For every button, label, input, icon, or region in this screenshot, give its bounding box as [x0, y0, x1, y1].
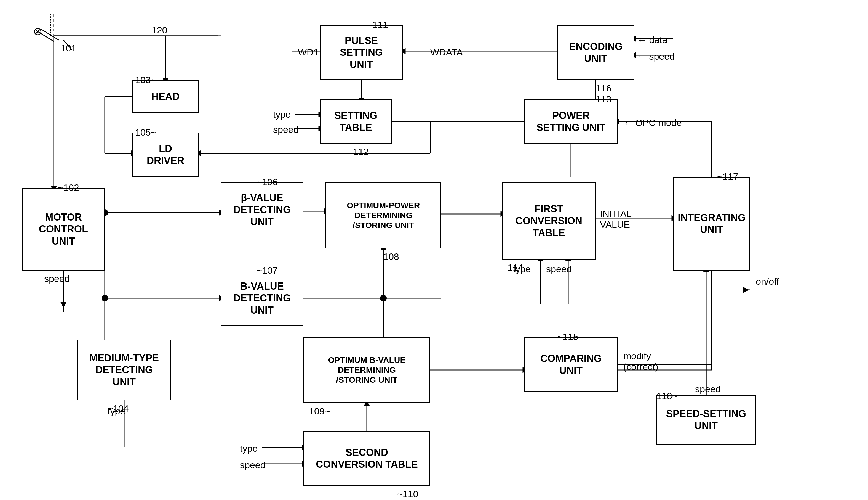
- ref-117: ~117: [717, 171, 738, 182]
- ref-101: 101: [61, 43, 77, 54]
- ref-108: 108: [383, 251, 399, 262]
- type-to-first-conv-label: type: [513, 264, 531, 274]
- integrating-unit-block: INTEGRATINGUNIT: [673, 177, 750, 271]
- speed-from-setting-label: speed: [695, 384, 721, 395]
- medium-type-detecting-block: MEDIUM-TYPEDETECTINGUNIT: [77, 340, 171, 400]
- ref-115: ~115: [557, 331, 578, 342]
- modify-label: modify(correct): [623, 351, 658, 372]
- first-conversion-table-block: FIRSTCONVERSIONTABLE: [502, 182, 596, 260]
- speed-to-second-conv-label: speed: [240, 460, 266, 470]
- diagram: ⊘ 101 120 MOTORCONTROLUNIT ~102 speed HE…: [0, 0, 868, 500]
- speed-label-motor: speed: [44, 273, 70, 284]
- pulse-setting-unit-block: PULSESETTINGUNIT: [320, 25, 403, 80]
- speed-to-encoding-label: ← speed: [637, 51, 675, 62]
- svg-point-16: [102, 295, 108, 302]
- initial-value-label: INITIALVALUE: [600, 208, 632, 230]
- wd1-label: WD1: [298, 47, 319, 58]
- on-off-label: on/off: [756, 276, 779, 287]
- disk-symbol: ⊘: [33, 25, 43, 37]
- ld-driver-block: LDDRIVER: [132, 133, 199, 177]
- svg-marker-82: [61, 302, 66, 308]
- dashed-line: [50, 14, 51, 36]
- encoding-unit-block: ENCODINGUNIT: [557, 25, 634, 80]
- ref-111: 111: [372, 19, 388, 30]
- type-label-medium: type: [108, 406, 125, 417]
- speed-setting-unit-block: SPEED-SETTINGUNIT: [656, 395, 756, 444]
- ref-109: 109~: [309, 406, 330, 417]
- power-setting-unit-block: POWERSETTING UNIT: [524, 99, 618, 144]
- ref-110: ~110: [397, 489, 419, 499]
- optimum-b-block: OPTIMUM B-VALUEDETERMINING/STORING UNIT: [303, 337, 430, 403]
- ref-112: 112: [353, 146, 369, 157]
- second-conversion-table-block: SECONDCONVERSION TABLE: [303, 431, 430, 486]
- svg-line-3: [41, 29, 59, 40]
- speed-to-first-conv-label: speed: [546, 264, 572, 274]
- svg-marker-42: [743, 287, 749, 293]
- ref-113: ~113: [590, 94, 611, 105]
- setting-table-block: SETTINGTABLE: [320, 99, 392, 144]
- ref-116: 116: [596, 83, 611, 94]
- type-to-second-conv-label: type: [240, 443, 258, 454]
- speed-to-setting-label: speed: [273, 124, 299, 135]
- ref-107: ~107: [257, 265, 278, 276]
- motor-control-unit-block: MOTORCONTROLUNIT: [22, 188, 105, 271]
- ref-118: 118~: [656, 391, 678, 401]
- ref-103: 103~: [135, 75, 156, 85]
- ref-105: 105~: [135, 127, 156, 138]
- type-to-setting-label: type: [273, 109, 291, 120]
- ref-106: ~106: [257, 177, 278, 188]
- svg-point-26: [380, 295, 387, 302]
- ref-120: 120: [152, 25, 167, 36]
- comparing-unit-block: COMPARINGUNIT: [524, 337, 618, 392]
- beta-value-detecting-block: β-VALUEDETECTINGUNIT: [221, 182, 303, 237]
- wdata-label: WDATA: [430, 47, 463, 58]
- ref-102: ~102: [58, 182, 79, 193]
- data-to-encoding-label: ← data: [637, 34, 668, 45]
- b-value-detecting-block: B-VALUEDETECTINGUNIT: [221, 271, 303, 326]
- optimum-power-block: OPTIMUM-POWERDETERMINING/STORING UNIT: [326, 182, 441, 249]
- opc-mode-label: ← OPC mode: [623, 117, 682, 128]
